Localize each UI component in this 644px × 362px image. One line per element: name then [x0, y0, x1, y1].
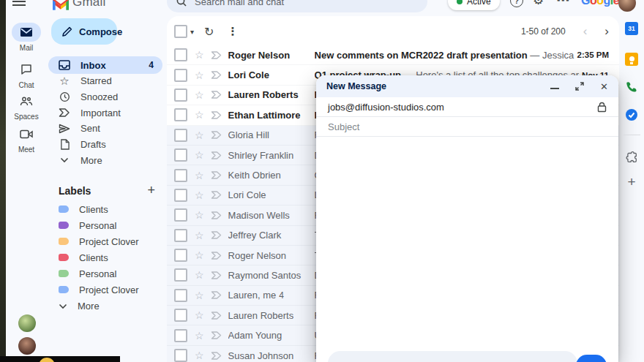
- label-item[interactable]: Personal: [48, 218, 162, 233]
- minimize-icon[interactable]: [550, 88, 559, 89]
- select-all-checkbox[interactable]: [174, 25, 187, 38]
- important-marker-icon[interactable]: [211, 131, 222, 139]
- label-item[interactable]: Project Clover: [48, 234, 162, 249]
- row-checkbox[interactable]: [174, 249, 187, 262]
- row-checkbox[interactable]: [174, 329, 187, 342]
- important-marker-icon[interactable]: [211, 151, 222, 159]
- important-marker-icon[interactable]: [211, 271, 222, 279]
- label-item[interactable]: Clients: [48, 250, 162, 265]
- calendar-icon[interactable]: 31: [625, 22, 638, 35]
- older-page-icon[interactable]: ›: [604, 24, 609, 39]
- star-icon[interactable]: ☆: [195, 290, 204, 301]
- keep-icon[interactable]: [625, 53, 638, 66]
- row-checkbox[interactable]: [174, 309, 187, 322]
- search-input[interactable]: Search mail and chat: [167, 0, 427, 12]
- row-checkbox[interactable]: [174, 88, 187, 102]
- help-icon[interactable]: ?: [510, 0, 523, 7]
- compose-button[interactable]: Compose: [51, 18, 117, 45]
- voice-icon[interactable]: [625, 80, 638, 94]
- important-marker-icon[interactable]: [211, 211, 222, 219]
- email-row[interactable]: ☆Roger NelsonNew comments on MCR2022 dra…: [167, 45, 619, 65]
- important-marker-icon[interactable]: [211, 71, 222, 79]
- row-checkbox[interactable]: [174, 289, 187, 302]
- status-selector[interactable]: Active: [448, 0, 500, 10]
- add-icon[interactable]: +: [625, 176, 638, 189]
- add-label-icon[interactable]: +: [147, 183, 155, 198]
- star-icon[interactable]: ☆: [195, 49, 204, 61]
- row-checkbox[interactable]: [174, 208, 187, 222]
- rail-item-mail[interactable]: Mail: [6, 23, 47, 52]
- rail-item-spaces[interactable]: Spaces: [6, 91, 47, 121]
- row-checkbox[interactable]: [174, 108, 187, 121]
- row-checkbox[interactable]: [174, 349, 187, 362]
- star-icon[interactable]: ☆: [195, 89, 204, 101]
- sidebar-item-important[interactable]: Important: [48, 104, 162, 121]
- sender-name: Ethan Lattimore: [228, 110, 315, 121]
- star-icon[interactable]: ☆: [195, 209, 204, 221]
- label-item[interactable]: Clients: [48, 202, 162, 216]
- important-marker-icon[interactable]: [211, 331, 222, 339]
- sidebar-item-starred[interactable]: ☆Starred: [48, 72, 162, 90]
- important-marker-icon[interactable]: [211, 252, 222, 260]
- send-button[interactable]: [576, 355, 607, 362]
- important-marker-icon[interactable]: [211, 312, 222, 320]
- star-icon[interactable]: ☆: [195, 170, 204, 181]
- important-marker-icon[interactable]: [211, 291, 222, 299]
- row-checkbox[interactable]: [174, 48, 187, 61]
- pop-out-icon[interactable]: [575, 82, 584, 91]
- sidebar-item-snoozed[interactable]: Snoozed: [48, 88, 162, 105]
- recipient-field[interactable]: jobs@diffusion-studios.com: [316, 97, 618, 117]
- rail-item-chat[interactable]: Chat: [6, 60, 47, 89]
- compose-body[interactable]: [316, 137, 618, 350]
- row-checkbox[interactable]: [174, 229, 187, 242]
- rail-item-meet[interactable]: Meet: [6, 124, 47, 154]
- sidebar-item-inbox[interactable]: Inbox4: [48, 56, 162, 74]
- labels-more[interactable]: More: [48, 298, 162, 313]
- row-checkbox[interactable]: [174, 69, 187, 82]
- star-icon[interactable]: ☆: [195, 249, 204, 261]
- star-icon[interactable]: ☆: [195, 69, 204, 81]
- important-marker-icon[interactable]: [211, 352, 222, 360]
- row-checkbox[interactable]: [174, 189, 187, 202]
- refresh-icon[interactable]: ↻: [204, 25, 214, 39]
- compose-header[interactable]: New Message ✕: [316, 75, 618, 97]
- more-options-icon[interactable]: ⋯: [556, 0, 570, 8]
- row-checkbox[interactable]: [174, 129, 187, 142]
- important-marker-icon[interactable]: [211, 111, 222, 119]
- subject-field[interactable]: Subject: [316, 117, 618, 137]
- important-marker-icon[interactable]: [211, 191, 222, 199]
- chat-avatar-1[interactable]: [18, 314, 36, 332]
- compose-bottom-bar[interactable]: [328, 351, 577, 362]
- chat-avatar-2[interactable]: [18, 337, 36, 355]
- close-icon[interactable]: ✕: [600, 81, 608, 92]
- sender-name-text: Adam Young: [228, 330, 282, 341]
- sidebar-item-more[interactable]: More: [48, 151, 162, 169]
- settings-gear-icon[interactable]: ⚙: [533, 0, 544, 8]
- star-icon[interactable]: ☆: [195, 350, 204, 361]
- star-icon[interactable]: ☆: [195, 129, 204, 141]
- sidebar-item-sent[interactable]: Sent: [48, 120, 162, 137]
- tasks-icon[interactable]: [625, 108, 638, 121]
- important-marker-icon[interactable]: [211, 171, 222, 179]
- list-more-icon[interactable]: ⋮: [227, 25, 238, 38]
- newer-page-icon[interactable]: ‹: [583, 24, 588, 39]
- star-icon[interactable]: ☆: [195, 189, 204, 201]
- important-marker-icon[interactable]: [211, 51, 222, 59]
- star-icon[interactable]: ☆: [195, 149, 204, 161]
- star-icon[interactable]: ☆: [195, 230, 204, 241]
- star-icon[interactable]: ☆: [195, 269, 204, 281]
- label-item[interactable]: Project Clover: [48, 282, 162, 297]
- label-item[interactable]: Personal: [48, 266, 162, 281]
- email-time: 2:35 PM: [574, 50, 609, 59]
- star-icon[interactable]: ☆: [195, 309, 204, 321]
- important-marker-icon[interactable]: [211, 91, 222, 99]
- row-checkbox[interactable]: [174, 268, 187, 282]
- sidebar-item-drafts[interactable]: Drafts: [48, 136, 162, 154]
- row-checkbox[interactable]: [174, 148, 187, 162]
- important-marker-icon[interactable]: [211, 231, 222, 239]
- row-checkbox[interactable]: [174, 169, 187, 182]
- extensions-icon[interactable]: [625, 151, 638, 165]
- star-icon[interactable]: ☆: [195, 109, 204, 121]
- select-dropdown-icon[interactable]: ▾: [190, 28, 194, 36]
- star-icon[interactable]: ☆: [195, 330, 204, 342]
